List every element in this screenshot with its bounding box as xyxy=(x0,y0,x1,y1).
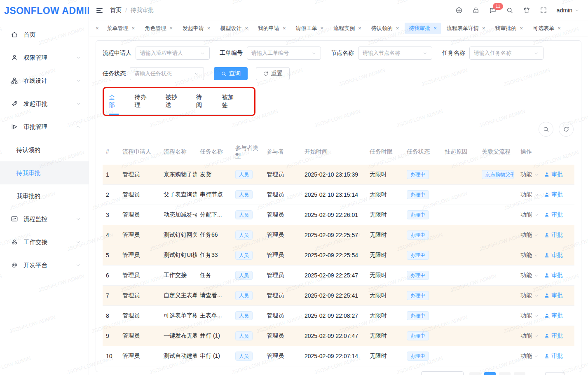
tab-流程表单详情[interactable]: 流程表单详情× xyxy=(443,23,490,34)
table-row: 5管理员测试钉钉UI模板任务33人员管理员2025-02-09 22:25:54… xyxy=(103,245,574,266)
lock-icon[interactable] xyxy=(472,7,480,14)
status-tab-全部[interactable]: 全部 xyxy=(109,89,119,115)
status-tab-待办理[interactable]: 待办理 xyxy=(134,89,150,115)
menu-collapse-icon[interactable] xyxy=(96,7,103,14)
tab-发起申请[interactable]: 发起申请× xyxy=(178,23,215,34)
status-tabs: 全部待办理被抄送待阅被加签 xyxy=(105,89,253,115)
tab-close-icon[interactable]: × xyxy=(93,23,101,33)
chevron-down-icon xyxy=(534,333,539,339)
tab-我审批的[interactable]: 我审批的× xyxy=(491,23,527,34)
pager-page-1[interactable]: 1 xyxy=(484,372,496,375)
tab-close-icon[interactable]: × xyxy=(132,26,135,31)
row-menu-button[interactable]: 功能 xyxy=(520,231,532,239)
tab-close-icon[interactable]: × xyxy=(169,26,173,31)
approve-button[interactable]: 审批 xyxy=(544,211,563,219)
filter-select-流程申请人[interactable]: 请输入流程申请人 xyxy=(136,47,210,60)
message-icon[interactable]: 11 xyxy=(489,7,497,14)
tab-close-icon[interactable]: × xyxy=(321,26,324,31)
row-menu-button[interactable]: 功能 xyxy=(520,292,532,299)
row-menu-button[interactable]: 功能 xyxy=(520,312,532,319)
status-tab-待阅[interactable]: 待阅 xyxy=(196,89,206,115)
tab-close-icon[interactable]: × xyxy=(396,26,399,31)
sidebar-subitem-我审批的[interactable]: 我审批的 xyxy=(0,184,89,207)
pager-page-2[interactable]: 2 xyxy=(499,372,511,375)
cell-applicant: 管理员 xyxy=(119,286,160,306)
tab-待我审批[interactable]: 待我审批× xyxy=(405,23,441,34)
tab-close-icon[interactable]: × xyxy=(245,26,248,31)
approve-button[interactable]: 审批 xyxy=(544,312,563,319)
tab-close-icon[interactable]: × xyxy=(207,26,211,31)
status-tab-被加签[interactable]: 被加签 xyxy=(222,89,237,115)
pager-next-button[interactable] xyxy=(514,372,525,375)
sidebar-subitem-待认领的[interactable]: 待认领的 xyxy=(0,138,89,161)
fullscreen-icon[interactable] xyxy=(540,7,547,14)
theme-icon[interactable] xyxy=(523,7,530,14)
target-icon[interactable] xyxy=(455,7,463,14)
cell-participant: 管理员 xyxy=(263,205,301,225)
tab-流程实例[interactable]: 流程实例× xyxy=(329,23,365,34)
user-menu[interactable]: admin xyxy=(557,7,580,14)
main-area: 首页 / 待我审批 11admin ×菜单管理×角色管理×发起申请×模型设计×我… xyxy=(89,0,588,375)
parent-process-tag[interactable]: 京东购物父子流程 xyxy=(482,170,514,179)
approve-button[interactable]: 审批 xyxy=(544,252,563,259)
table-refresh-button[interactable] xyxy=(559,122,574,137)
goto-page-input[interactable] xyxy=(545,372,565,375)
reset-button[interactable]: 重置 xyxy=(256,67,290,80)
cell-participant-type: 人员 xyxy=(232,346,263,366)
sidebar-item-审批管理[interactable]: 审批管理 xyxy=(0,115,89,138)
approve-button[interactable]: 审批 xyxy=(544,332,563,340)
column-header-挂起原因: 挂起原因 xyxy=(441,140,478,165)
tab-菜单管理[interactable]: 菜单管理× xyxy=(103,23,139,34)
sidebar-item-流程监控[interactable]: 流程监控 xyxy=(0,207,89,231)
breadcrumb-home[interactable]: 首页 xyxy=(110,7,122,14)
row-menu-button[interactable]: 功能 xyxy=(520,211,532,219)
sidebar-item-开发平台[interactable]: 开发平台 xyxy=(0,254,89,277)
tab-close-icon[interactable]: × xyxy=(520,26,523,31)
approve-button[interactable]: 审批 xyxy=(544,352,563,360)
approve-button[interactable]: 审批 xyxy=(544,292,563,299)
cell-status: 办理中 xyxy=(403,266,441,286)
tab-label: 请假工单 xyxy=(296,25,317,32)
tab-请假工单[interactable]: 请假工单× xyxy=(292,23,328,34)
tab-待认领的[interactable]: 待认领的× xyxy=(367,23,403,34)
search-icon[interactable] xyxy=(506,7,513,14)
cell-task: 发货 xyxy=(197,165,232,185)
pager-prev-button[interactable] xyxy=(469,372,481,375)
approve-label: 审批 xyxy=(551,171,563,178)
approve-button[interactable]: 审批 xyxy=(544,171,563,178)
sidebar-item-权限管理[interactable]: 权限管理 xyxy=(0,46,89,69)
handover-icon xyxy=(11,238,18,246)
filter-select-任务状态[interactable]: 请输入任务状态 xyxy=(130,67,204,80)
filter-select-任务名称[interactable]: 请输入任务名称 xyxy=(469,47,543,60)
approve-button[interactable]: 审批 xyxy=(544,191,563,198)
tab-close-icon[interactable]: × xyxy=(283,26,286,31)
row-menu-button[interactable]: 功能 xyxy=(520,252,532,259)
page-size-select[interactable]: 10条/页 xyxy=(421,371,464,375)
tab-close-icon[interactable]: × xyxy=(358,26,361,31)
tab-close-icon[interactable]: × xyxy=(482,26,485,31)
sidebar-item-在线设计[interactable]: 在线设计 xyxy=(0,69,89,92)
sidebar-item-首页[interactable]: 首页 xyxy=(0,23,89,46)
filter-select-工单编号[interactable]: 请输入工单编号 xyxy=(247,47,321,60)
approve-button[interactable]: 审批 xyxy=(544,272,563,279)
tab-角色管理[interactable]: 角色管理× xyxy=(141,23,177,34)
row-menu-button[interactable]: 功能 xyxy=(520,332,532,340)
row-menu-button[interactable]: 功能 xyxy=(520,352,532,360)
row-menu-button[interactable]: 功能 xyxy=(520,171,532,178)
tab-close-icon[interactable]: × xyxy=(433,26,437,31)
filter-select-节点名称[interactable]: 请输入节点名称 xyxy=(358,47,432,60)
table-search-button[interactable] xyxy=(539,122,553,137)
status-tab-被抄送[interactable]: 被抄送 xyxy=(165,89,180,115)
approve-button[interactable]: 审批 xyxy=(544,231,563,239)
sidebar-item-工作交接[interactable]: 工作交接 xyxy=(0,231,89,254)
sidebar-subitem-待我审批[interactable]: 待我审批 xyxy=(0,161,89,184)
sidebar-item-发起审批[interactable]: 发起审批 xyxy=(0,92,89,115)
row-menu-button[interactable]: 功能 xyxy=(520,272,532,279)
tab-模型设计[interactable]: 模型设计× xyxy=(216,23,252,34)
filter-label: 节点名称 xyxy=(331,49,354,57)
tab-close-icon[interactable]: × xyxy=(558,26,561,31)
search-button[interactable]: 查询 xyxy=(214,67,248,80)
tab-可选表单[interactable]: 可选表单× xyxy=(529,23,565,34)
row-menu-button[interactable]: 功能 xyxy=(520,191,532,198)
tab-我的申请[interactable]: 我的申请× xyxy=(254,23,290,34)
